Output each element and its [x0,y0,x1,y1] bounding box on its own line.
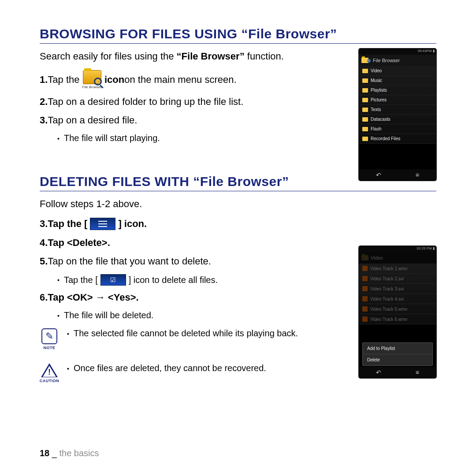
menu-icon[interactable]: ≡ [416,171,419,178]
list-label: Video Track 6.wmv [370,317,407,322]
phone2-file-list: Video Track 1.wmv Video Track 2.svi Vide… [359,264,436,324]
step2-text: Tap on a desired folder to bring up the … [48,96,243,108]
magnifier-icon [367,59,371,63]
sub6-text: The file will be deleted. [64,310,153,320]
step5-text: Tap on the file that you want to delete. [48,256,211,267]
caution-badge: ! CAUTION [40,363,59,383]
list-item[interactable]: Video Track 4.svi [359,294,436,304]
folder-icon [362,127,368,131]
menu-item-add-playlist[interactable]: Add to Playlist [363,343,432,354]
list-item[interactable]: Music [359,76,436,86]
list-label: Video Track 1.wmv [370,266,407,271]
intro-post: function. [245,51,284,62]
step1-pre: Tap the [48,74,79,86]
file-icon [362,276,368,281]
list-label: Playlists [371,88,387,93]
list-item[interactable]: Video Track 1.wmv [359,264,436,274]
step3b-post: ] icon. [118,218,147,230]
step1-bold: icon [104,74,124,86]
context-menu: Add to Playlist Delete [362,342,433,366]
list-item[interactable]: Video Track 5.wmv [359,304,436,314]
sub1-text: The file will start playing. [64,133,160,143]
step3-text: Tap on a desired file. [48,115,137,126]
note-label: NOTE [43,346,55,350]
step1-post: on the main menu screen. [124,74,236,86]
step2-num: 2. [40,96,48,108]
step1-num: 1. [40,74,48,86]
step3-num: 3. [40,115,48,126]
folder-icon [362,88,368,93]
note-icon: ✎ [41,328,57,344]
sub5-pre: Tap the [ [64,275,98,285]
list-label: Video Track 4.svi [370,297,404,301]
file-browser-icon: File Browser [82,70,102,89]
caution-content: Once files are deleted, they cannot be r… [74,363,266,373]
back-icon[interactable]: ↶ [376,171,381,178]
phone2-titlebar: Video [359,252,436,264]
phone-screenshot-1: 05:43PM ▮ File Browser Video Music Playl… [359,48,436,181]
file-icon [362,296,368,301]
list-item[interactable]: Recorded Files [359,134,436,144]
phone1-folder-list: Video Music Playlists Pictures Texts Dat… [359,66,436,144]
page-sep: _ [49,448,59,458]
file-icon [362,316,368,322]
list-label: Recorded Files [371,136,400,141]
caution-icon: ! [41,363,58,377]
list-label: Music [371,78,382,83]
list-item[interactable]: Video Track 2.svi [359,274,436,284]
folder-icon [362,117,368,122]
phone1-title: File Browser [373,58,400,63]
back-icon[interactable]: ↶ [376,369,381,376]
phone1-titlebar: File Browser [359,55,436,66]
folder-icon [362,69,368,73]
intro-pre: Search easily for files using the [40,51,177,62]
list-label: Video [371,68,382,73]
caution-text: Once files are deleted, they cannot be r… [67,363,266,373]
note-content: The selected file cannot be deleted whil… [74,328,298,338]
file-icon [362,306,368,312]
phone1-bottombar: ↶ ≡ [359,169,436,181]
phone-screenshot-2: 02:23 PM ▮ Video Video Track 1.wmv Video… [359,246,436,378]
step5-num: 5. [40,256,48,267]
menu-icon[interactable]: ≡ [416,369,419,376]
folder-icon [362,78,368,83]
list-item[interactable]: Pictures [359,95,436,105]
file-icon [362,286,368,291]
list-item[interactable]: Playlists [359,86,436,95]
list-item[interactable]: Video [359,66,436,76]
folder-icon [362,98,368,102]
list-label: Flash [371,126,381,131]
list-item[interactable]: Flash [359,124,436,134]
phone2-bottombar: ↶ ≡ [359,367,436,378]
list-item[interactable]: Datacasts [359,115,436,124]
section1-title: BROWSING FOR FILES USING “File Browser” [40,26,436,44]
step6-num: 6. [40,292,48,303]
list-item[interactable]: Texts [359,105,436,115]
phone2-status: 02:23 PM ▮ [359,246,436,252]
step-3b: 3. Tap the [ ] icon. [40,218,436,230]
menu-icon [90,218,115,230]
folder-icon [362,137,368,141]
note-text: The selected file cannot be deleted whil… [67,328,298,338]
list-item[interactable]: Video Track 6.wmv [359,314,436,324]
folder-icon [362,108,368,112]
note-badge: ✎ NOTE [40,328,59,350]
list-label: Video Track 2.svi [370,276,404,281]
list-label: Texts [371,107,381,112]
file-icon [362,266,368,271]
icon-caption: File Browser [82,85,102,89]
section2-intro: Follow steps 1-2 above. [40,198,436,210]
step4-num: 4. [40,237,48,249]
list-label: Pictures [371,97,387,102]
list-item[interactable]: Video Track 3.svi [359,284,436,294]
check-all-icon: ☑ [100,274,126,286]
folder-icon [361,255,368,260]
menu-item-delete[interactable]: Delete [363,354,432,365]
intro-bold: “File Browser” [177,51,245,62]
page-number: 18 [40,448,49,458]
step3b-pre: Tap the [ [48,218,87,230]
page-footer: 18 _ the basics [40,448,99,458]
step4-text: Tap <Delete>. [48,237,110,249]
list-label: Video Track 5.wmv [370,307,407,312]
list-label: Datacasts [371,117,390,122]
